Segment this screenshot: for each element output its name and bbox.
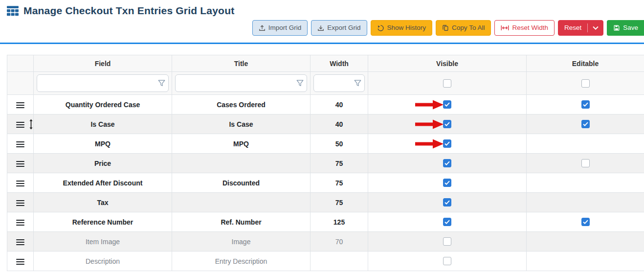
export-grid-button[interactable]: Export Grid xyxy=(311,20,367,36)
export-grid-label: Export Grid xyxy=(327,24,360,31)
table-row: Price75 xyxy=(7,154,644,173)
width-cell: 40 xyxy=(311,95,368,115)
width-cell: 75 xyxy=(311,173,368,193)
page-title: Manage Checkout Txn Entries Grid Layout xyxy=(23,5,234,17)
copy-to-all-button[interactable]: Copy To All xyxy=(436,20,491,36)
drag-handle-cell xyxy=(7,154,34,173)
red-arrow-icon xyxy=(415,119,444,130)
field-filter-input[interactable] xyxy=(37,74,169,92)
horizontal-resize-icon xyxy=(501,25,509,31)
drag-handle-cell xyxy=(7,95,34,115)
field-cell: Reference Number xyxy=(34,212,172,232)
editable-filter-cell xyxy=(527,72,644,95)
reset-width-button[interactable]: Reset Width xyxy=(494,20,555,36)
drag-handle-icon[interactable] xyxy=(16,181,24,186)
editable-cell xyxy=(527,232,644,252)
table-row: Extended After DiscountDiscounted75 xyxy=(7,173,644,193)
page-header: Manage Checkout Txn Entries Grid Layout … xyxy=(0,0,644,36)
drag-handle-cell xyxy=(7,173,34,193)
width-cell: 125 xyxy=(311,212,368,232)
button-divider xyxy=(587,23,588,32)
visible-filter-checkbox[interactable] xyxy=(443,79,451,88)
copy-icon xyxy=(442,24,449,31)
visible-checkbox[interactable] xyxy=(443,120,451,128)
title-cell xyxy=(172,154,311,173)
save-icon xyxy=(613,24,620,31)
drag-handle-icon[interactable] xyxy=(16,239,24,245)
drag-handle-icon[interactable] xyxy=(16,200,24,206)
editable-cell xyxy=(527,252,644,271)
reset-button[interactable]: Reset xyxy=(558,20,603,36)
visible-cell xyxy=(368,154,527,173)
funnel-icon[interactable] xyxy=(354,80,361,87)
column-header-field: Field xyxy=(34,55,172,72)
title-cell: Entry Description xyxy=(172,252,311,271)
editable-cell xyxy=(527,212,644,232)
title-row: Manage Checkout Txn Entries Grid Layout xyxy=(7,5,644,17)
filter-row xyxy=(7,72,644,95)
title-cell: Cases Ordered xyxy=(172,95,311,115)
table-row: Item ImageImage70 xyxy=(7,232,644,252)
reset-width-label: Reset Width xyxy=(512,24,548,31)
editable-checkbox[interactable] xyxy=(581,100,590,109)
drag-handle-icon[interactable] xyxy=(16,122,24,128)
field-cell: Description xyxy=(34,252,172,271)
history-icon xyxy=(377,24,384,32)
chevron-down-icon[interactable] xyxy=(593,26,599,30)
show-history-label: Show History xyxy=(387,24,426,31)
title-cell xyxy=(172,193,311,212)
visible-checkbox[interactable] xyxy=(443,100,451,109)
column-header-title: Title xyxy=(172,55,311,72)
import-grid-button[interactable]: Import Grid xyxy=(252,20,308,36)
title-cell: Is Case xyxy=(172,115,311,134)
drag-handle-icon[interactable] xyxy=(16,220,24,226)
editable-checkbox[interactable] xyxy=(581,218,590,226)
field-filter-cell xyxy=(34,72,172,95)
import-grid-label: Import Grid xyxy=(268,24,302,31)
width-cell: 40 xyxy=(311,115,368,134)
editable-filter-checkbox[interactable] xyxy=(581,79,590,88)
editable-checkbox[interactable] xyxy=(581,159,590,167)
width-cell: 70 xyxy=(311,232,368,252)
field-cell: Tax xyxy=(34,193,172,212)
visible-checkbox[interactable] xyxy=(443,237,451,246)
handle-filter-cell xyxy=(7,72,34,95)
drag-handle-icon[interactable] xyxy=(16,141,24,147)
title-filter-input[interactable] xyxy=(175,74,307,92)
save-button[interactable]: Save xyxy=(607,20,644,36)
field-cell: Price xyxy=(34,154,172,173)
field-cell: Is Case xyxy=(34,115,172,134)
show-history-button[interactable]: Show History xyxy=(371,20,433,36)
drag-handle-icon[interactable] xyxy=(16,259,24,265)
drag-handle-cell xyxy=(7,212,34,232)
editable-cell xyxy=(527,134,644,154)
drag-handle-icon[interactable] xyxy=(16,161,24,167)
visible-checkbox[interactable] xyxy=(443,139,451,148)
editable-cell xyxy=(527,95,644,115)
drag-handle-cell xyxy=(7,115,34,134)
width-cell: 75 xyxy=(311,193,368,212)
field-cell: Item Image xyxy=(34,232,172,252)
visible-cell xyxy=(368,134,527,154)
editable-checkbox[interactable] xyxy=(581,120,590,128)
visible-checkbox[interactable] xyxy=(443,218,451,226)
visible-filter-cell xyxy=(368,72,527,95)
drag-handle-cell xyxy=(7,232,34,252)
visible-checkbox[interactable] xyxy=(443,198,451,206)
visible-checkbox[interactable] xyxy=(443,159,451,167)
table-row: Quantity Ordered CaseCases Ordered40 xyxy=(7,95,644,115)
visible-cell xyxy=(368,95,527,115)
column-header-visible: Visible xyxy=(368,55,527,72)
funnel-icon[interactable] xyxy=(296,80,304,87)
grid-rows: Quantity Ordered CaseCases Ordered40Is C… xyxy=(7,95,644,271)
funnel-icon[interactable] xyxy=(158,80,165,87)
visible-checkbox[interactable] xyxy=(443,257,451,265)
drag-handle-icon[interactable] xyxy=(16,102,24,108)
visible-checkbox[interactable] xyxy=(443,179,451,187)
width-cell: 50 xyxy=(311,134,368,154)
download-icon xyxy=(317,24,324,31)
editable-cell xyxy=(527,154,644,173)
upload-icon xyxy=(259,24,266,31)
save-label: Save xyxy=(623,24,638,31)
drag-handle-cell xyxy=(7,193,34,212)
